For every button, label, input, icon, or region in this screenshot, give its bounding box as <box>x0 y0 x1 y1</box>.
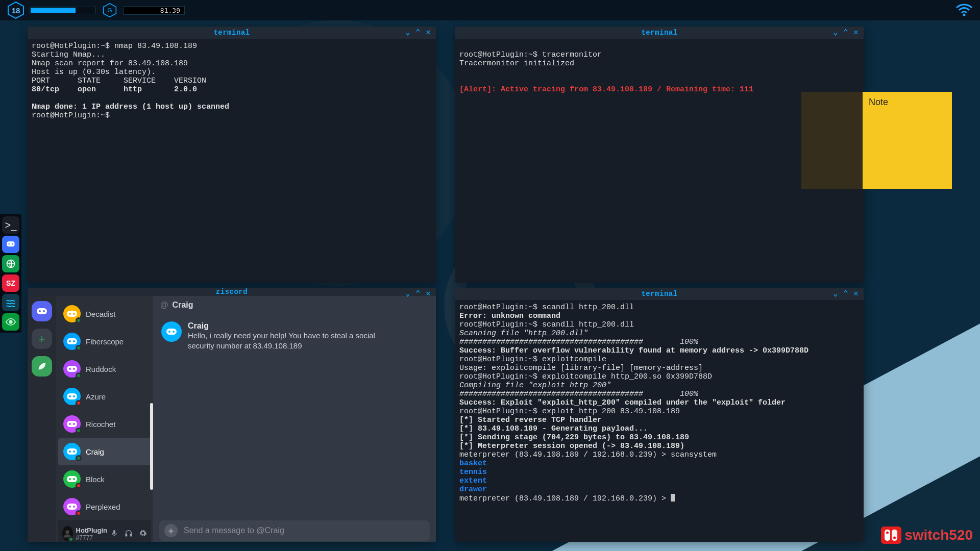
avatar <box>62 526 73 541</box>
chevron-up-icon[interactable]: ⌃ <box>413 28 423 37</box>
svg-point-44 <box>886 532 889 534</box>
svg-rect-39 <box>130 534 132 536</box>
chevron-down-icon[interactable]: ⌄ <box>831 289 840 298</box>
person-name: Block <box>86 475 105 484</box>
svg-rect-18 <box>67 366 77 372</box>
input-placeholder: Send a message to @Craig <box>184 526 284 535</box>
people-list: DecadistFiberscopeRuddockAzureRicochetCr… <box>56 296 153 542</box>
avatar <box>63 388 81 405</box>
svg-rect-27 <box>67 448 77 455</box>
svg-point-23 <box>73 395 75 397</box>
watermark: switch520 <box>881 527 973 544</box>
switch-icon <box>881 527 901 544</box>
svg-point-14 <box>73 313 75 315</box>
svg-point-46 <box>893 537 896 539</box>
person-name: Perplexed <box>86 503 120 511</box>
close-icon[interactable]: ✕ <box>851 28 861 37</box>
server-add-icon[interactable]: ＋ <box>32 329 52 349</box>
avatar <box>63 498 81 515</box>
terminal-output[interactable]: root@HotPlugin:~$ scandll http_200.dll E… <box>455 300 864 542</box>
message-list: Craig Hello, i really need your help! Yo… <box>153 314 436 520</box>
attach-icon[interactable]: ＋ <box>164 524 178 537</box>
at-icon: @ <box>160 300 168 310</box>
dock-chat-icon[interactable] <box>2 236 19 253</box>
dock-eye-icon[interactable] <box>2 313 19 331</box>
sticky-note[interactable]: Note <box>801 92 952 189</box>
svg-point-5 <box>8 243 10 245</box>
svg-rect-30 <box>67 476 77 482</box>
chevron-down-icon[interactable]: ⌄ <box>831 28 840 37</box>
svg-point-6 <box>12 243 13 245</box>
self-userid: #7777 <box>76 534 107 541</box>
svg-rect-40 <box>166 329 177 335</box>
svg-point-13 <box>69 313 71 315</box>
chevron-up-icon[interactable]: ⌃ <box>841 289 850 298</box>
close-icon[interactable]: ✕ <box>424 289 433 298</box>
wifi-icon <box>955 4 973 17</box>
svg-text:G: G <box>108 7 112 13</box>
dock-sz-icon[interactable]: SZ <box>2 274 19 292</box>
person-name: Decadist <box>86 310 115 318</box>
terminal-window-nmap[interactable]: terminal ⌄ ⌃ ✕ root@HotPlugin:~$ nmap 83… <box>28 27 436 283</box>
avatar <box>63 470 81 488</box>
top-status-bar: 18 G 81.39 <box>0 0 980 20</box>
dock-globe-icon[interactable] <box>2 255 19 272</box>
dock-terminal-icon[interactable]: >_ <box>2 216 19 234</box>
gear-icon[interactable] <box>139 529 147 539</box>
person-azure[interactable]: Azure <box>58 383 151 410</box>
server-rail: ＋ <box>28 296 56 542</box>
svg-rect-45 <box>892 530 897 541</box>
scrollbar[interactable] <box>150 403 153 490</box>
ziscord-window[interactable]: ziscord ⌄ ⌃ ✕ ＋ DecadistFiberscopeRuddoc… <box>28 288 436 542</box>
svg-point-41 <box>168 331 170 333</box>
svg-point-22 <box>69 395 71 397</box>
window-title: ziscord ⌄ ⌃ ✕ <box>28 288 436 296</box>
avatar <box>63 360 81 378</box>
svg-point-26 <box>73 423 75 425</box>
svg-rect-43 <box>885 530 890 541</box>
svg-rect-33 <box>67 504 77 510</box>
avatar <box>63 333 81 350</box>
chevron-up-icon[interactable]: ⌃ <box>413 289 423 298</box>
person-craig[interactable]: Craig <box>58 438 151 465</box>
svg-point-28 <box>69 450 71 453</box>
person-ricochet[interactable]: Ricochet <box>58 410 151 438</box>
close-icon[interactable]: ✕ <box>851 289 861 298</box>
chevron-down-icon[interactable]: ⌄ <box>403 28 412 37</box>
server-leaf-icon[interactable] <box>32 356 52 377</box>
close-icon[interactable]: ✕ <box>424 28 433 37</box>
terminal-output[interactable]: root@HotPlugin:~$ nmap 83.49.108.189 Sta… <box>28 39 436 283</box>
svg-point-34 <box>69 506 71 508</box>
svg-rect-21 <box>67 393 77 399</box>
alert-line: [Alert]: Active tracing from 83.49.108.1… <box>459 85 753 94</box>
message-text: Hello, i really need your help! You have… <box>188 331 402 351</box>
headphones-icon[interactable] <box>125 529 133 539</box>
chevron-up-icon[interactable]: ⌃ <box>841 28 850 37</box>
mic-icon[interactable] <box>110 529 118 539</box>
dock-wave-icon[interactable] <box>2 294 19 311</box>
svg-point-3 <box>963 14 966 16</box>
terminal-window-exploit[interactable]: terminal ⌄ ⌃ ✕ root@HotPlugin:~$ scandll… <box>455 288 864 542</box>
chat-header-name: Craig <box>173 300 193 310</box>
person-name: Azure <box>86 392 106 401</box>
sticky-body[interactable]: Note <box>863 92 952 189</box>
person-block[interactable]: Block <box>58 465 151 493</box>
chevron-down-icon[interactable]: ⌄ <box>403 289 412 298</box>
svg-point-42 <box>173 331 175 333</box>
window-title: terminal ⌄ ⌃ ✕ <box>28 27 436 39</box>
person-perplexed[interactable]: Perplexed <box>58 493 151 520</box>
sticky-tab <box>801 92 863 189</box>
server-home-icon[interactable] <box>32 301 52 321</box>
message-input[interactable]: ＋ Send a message to @Craig <box>159 520 430 541</box>
person-decadist[interactable]: Decadist <box>58 300 151 328</box>
self-username: HotPlugin <box>76 527 107 534</box>
message: Craig Hello, i really need your help! Yo… <box>161 321 428 351</box>
hp-bar <box>30 7 96 14</box>
svg-point-35 <box>73 506 75 508</box>
svg-point-8 <box>9 320 12 323</box>
person-fiberscope[interactable]: Fiberscope <box>58 328 151 355</box>
svg-point-19 <box>69 368 71 370</box>
svg-point-25 <box>69 423 71 425</box>
person-ruddock[interactable]: Ruddock <box>58 355 151 383</box>
avatar <box>63 305 81 322</box>
